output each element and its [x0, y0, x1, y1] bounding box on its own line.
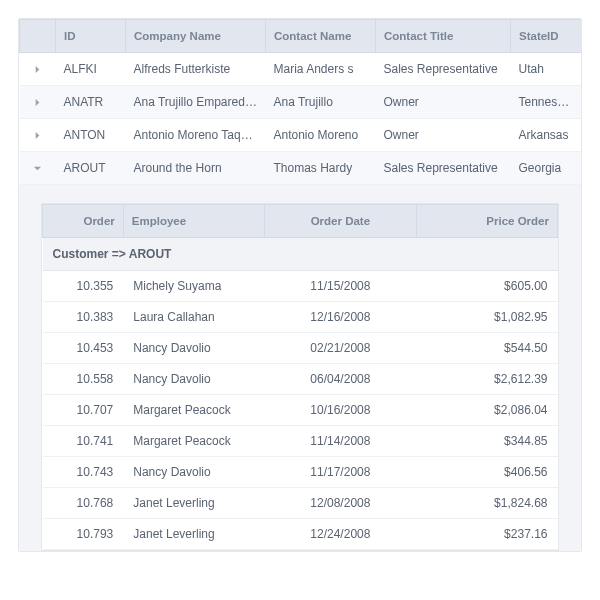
orders-header-row: Order Employee Order Date Price Order — [43, 205, 558, 238]
cell-date: 12/08/2008 — [265, 488, 416, 519]
collapse-icon[interactable] — [20, 152, 56, 185]
cell-state: Utah — [511, 53, 583, 86]
cell-date: 11/17/2008 — [265, 457, 416, 488]
cell-id: ANATR — [56, 86, 126, 119]
cell-price: $1,082.95 — [416, 302, 557, 333]
cell-contact: Maria Anders s — [266, 53, 376, 86]
group-header[interactable]: Customer => AROUT — [43, 238, 558, 271]
cell-price: $2,612.39 — [416, 364, 557, 395]
cell-company: Around the Horn — [126, 152, 266, 185]
cell-employee: Margaret Peacock — [123, 426, 264, 457]
header-price[interactable]: Price Order — [416, 205, 557, 238]
cell-title: Sales Representative — [376, 53, 511, 86]
cell-employee: Margaret Peacock — [123, 395, 264, 426]
cell-id: ALFKI — [56, 53, 126, 86]
table-row[interactable]: 10.383Laura Callahan12/16/2008$1,082.95 — [43, 302, 558, 333]
expand-icon[interactable] — [20, 119, 56, 152]
cell-date: 12/24/2008 — [265, 519, 416, 550]
cell-order: 10.453 — [43, 333, 124, 364]
cell-price: $605.00 — [416, 271, 557, 302]
table-row[interactable]: 10.793Janet Leverling12/24/2008$237.16 — [43, 519, 558, 550]
cell-employee: Janet Leverling — [123, 519, 264, 550]
expand-icon[interactable] — [20, 86, 56, 119]
orders-table: Order Employee Order Date Price Order Cu… — [42, 204, 558, 550]
cell-employee: Nancy Davolio — [123, 457, 264, 488]
table-row[interactable]: 10.355Michely Suyama11/15/2008$605.00 — [43, 271, 558, 302]
table-row[interactable]: ANTONAntonio Moreno TaquerillaAntonio Mo… — [20, 119, 583, 152]
header-id[interactable]: ID — [56, 20, 126, 53]
cell-date: 11/14/2008 — [265, 426, 416, 457]
cell-order: 10.707 — [43, 395, 124, 426]
cell-order: 10.355 — [43, 271, 124, 302]
cell-order: 10.383 — [43, 302, 124, 333]
table-row[interactable]: 10.453Nancy Davolio02/21/2008$544.50 — [43, 333, 558, 364]
cell-state: Arkansas — [511, 119, 583, 152]
cell-date: 06/04/2008 — [265, 364, 416, 395]
cell-order: 10.768 — [43, 488, 124, 519]
header-company[interactable]: Company Name — [126, 20, 266, 53]
cell-company: Ana Trujillo Emparedados — [126, 86, 266, 119]
customers-grid: ID Company Name Contact Name Contact Tit… — [18, 18, 582, 552]
cell-company: Antonio Moreno Taquerilla — [126, 119, 266, 152]
cell-company: Alfreds Futterkiste — [126, 53, 266, 86]
cell-order: 10.558 — [43, 364, 124, 395]
cell-price: $406.56 — [416, 457, 557, 488]
table-row[interactable]: 10.707Margaret Peacock10/16/2008$2,086.0… — [43, 395, 558, 426]
table-row[interactable]: 10.768Janet Leverling12/08/2008$1,824.68 — [43, 488, 558, 519]
cell-contact: Antonio Moreno — [266, 119, 376, 152]
cell-date: 10/16/2008 — [265, 395, 416, 426]
cell-price: $544.50 — [416, 333, 557, 364]
table-row[interactable]: 10.741Margaret Peacock11/14/2008$344.85 — [43, 426, 558, 457]
cell-price: $2,086.04 — [416, 395, 557, 426]
expand-icon[interactable] — [20, 53, 56, 86]
table-row[interactable]: ALFKIAlfreds FutterkisteMaria Anders sSa… — [20, 53, 583, 86]
cell-price: $237.16 — [416, 519, 557, 550]
cell-contact: Ana Trujillo — [266, 86, 376, 119]
cell-price: $1,824.68 — [416, 488, 557, 519]
orders-grid: Order Employee Order Date Price Order Cu… — [41, 203, 559, 551]
header-employee[interactable]: Employee — [123, 205, 264, 238]
cell-employee: Laura Callahan — [123, 302, 264, 333]
table-row[interactable]: 10.558Nancy Davolio06/04/2008$2,612.39 — [43, 364, 558, 395]
header-contact[interactable]: Contact Name — [266, 20, 376, 53]
cell-contact: Thomas Hardy — [266, 152, 376, 185]
cell-employee: Janet Leverling — [123, 488, 264, 519]
header-expander — [20, 20, 56, 53]
table-row[interactable]: 10.743Nancy Davolio11/17/2008$406.56 — [43, 457, 558, 488]
cell-date: 12/16/2008 — [265, 302, 416, 333]
cell-date: 11/15/2008 — [265, 271, 416, 302]
cell-date: 02/21/2008 — [265, 333, 416, 364]
cell-price: $344.85 — [416, 426, 557, 457]
cell-employee: Nancy Davolio — [123, 333, 264, 364]
detail-panel: Order Employee Order Date Price Order Cu… — [19, 185, 581, 551]
cell-order: 10.743 — [43, 457, 124, 488]
cell-title: Owner — [376, 119, 511, 152]
table-row[interactable]: AROUTAround the HornThomas HardySales Re… — [20, 152, 583, 185]
cell-state: Tennessee — [511, 86, 583, 119]
cell-employee: Nancy Davolio — [123, 364, 264, 395]
customers-table: ID Company Name Contact Name Contact Tit… — [19, 19, 582, 185]
cell-state: Georgia — [511, 152, 583, 185]
header-order-date[interactable]: Order Date — [265, 205, 416, 238]
cell-id: ANTON — [56, 119, 126, 152]
header-row: ID Company Name Contact Name Contact Tit… — [20, 20, 583, 53]
cell-order: 10.741 — [43, 426, 124, 457]
group-label: Customer => AROUT — [43, 238, 558, 271]
cell-title: Sales Representative — [376, 152, 511, 185]
header-title[interactable]: Contact Title — [376, 20, 511, 53]
cell-order: 10.793 — [43, 519, 124, 550]
header-state[interactable]: StateID — [511, 20, 583, 53]
cell-id: AROUT — [56, 152, 126, 185]
cell-employee: Michely Suyama — [123, 271, 264, 302]
table-row[interactable]: ANATRAna Trujillo EmparedadosAna Trujill… — [20, 86, 583, 119]
header-order[interactable]: Order — [43, 205, 124, 238]
cell-title: Owner — [376, 86, 511, 119]
